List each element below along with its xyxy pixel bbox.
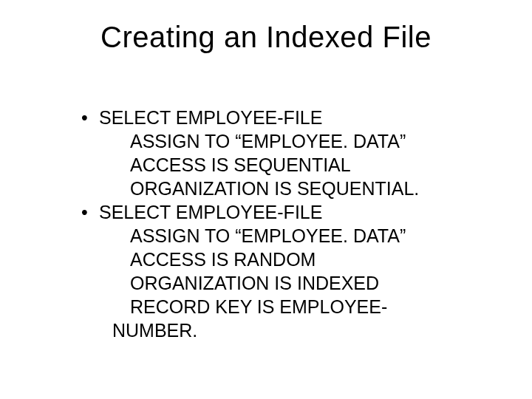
slide-content: SELECT EMPLOYEE-FILE ASSIGN TO “EMPLOYEE… bbox=[44, 106, 488, 342]
code-line: ACCESS IS SEQUENTIAL bbox=[81, 153, 466, 177]
bullet-item: SELECT EMPLOYEE-FILE bbox=[81, 200, 466, 224]
code-line: ORGANIZATION IS SEQUENTIAL. bbox=[81, 177, 466, 200]
code-line: RECORD KEY IS EMPLOYEE- bbox=[81, 295, 466, 318]
bullet-head: SELECT EMPLOYEE-FILE bbox=[99, 107, 322, 128]
code-line: ASSIGN TO “EMPLOYEE. DATA” bbox=[81, 129, 466, 153]
code-line: ASSIGN TO “EMPLOYEE. DATA” bbox=[81, 224, 466, 248]
code-line: NUMBER. bbox=[81, 318, 466, 342]
slide-title: Creating an Indexed File bbox=[44, 21, 488, 54]
slide: Creating an Indexed File SELECT EMPLOYEE… bbox=[0, 0, 532, 399]
bullet-head: SELECT EMPLOYEE-FILE bbox=[99, 202, 322, 222]
code-line: ORGANIZATION IS INDEXED bbox=[81, 271, 466, 295]
code-line: ACCESS IS RANDOM bbox=[81, 248, 466, 271]
bullet-item: SELECT EMPLOYEE-FILE bbox=[81, 106, 466, 129]
